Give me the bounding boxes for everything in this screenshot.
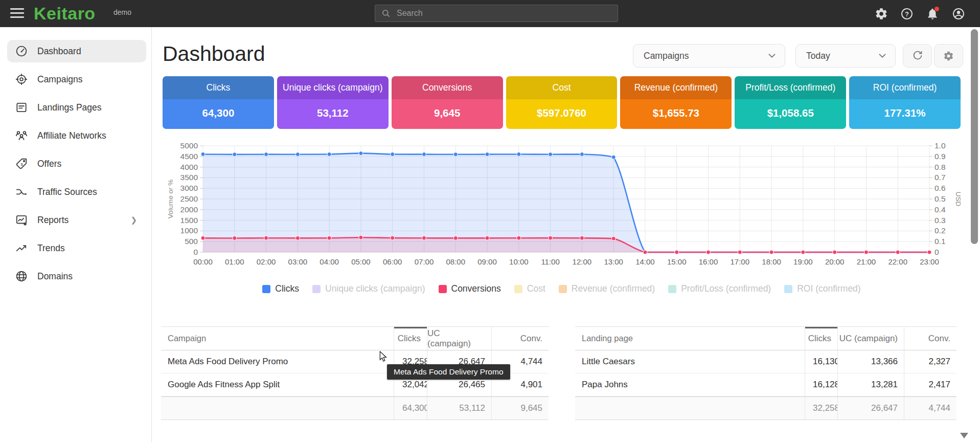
metric-card-roi-confirmed[interactable]: ROI (confirmed)177.31% [849, 76, 961, 129]
svg-text:07:00: 07:00 [415, 257, 434, 266]
settings-gear-icon[interactable] [875, 7, 888, 20]
cell-conv: 4,744 [904, 397, 956, 419]
search-box[interactable] [375, 5, 618, 22]
legend-label: Cost [527, 283, 545, 294]
svg-text:01:00: 01:00 [225, 257, 244, 266]
user-account-icon[interactable] [952, 7, 965, 20]
search-icon [381, 9, 391, 18]
svg-text:08:00: 08:00 [446, 257, 465, 266]
reports-icon [15, 213, 28, 227]
help-icon[interactable]: ? [900, 7, 914, 20]
column-header-uc-campaign[interactable]: UC (campaign) [427, 327, 491, 350]
sidebar-item-label: Traffic Sources [37, 187, 97, 197]
legend-item-profit-loss-confirmed[interactable]: Profit/Loss (confirmed) [668, 283, 771, 294]
metric-card-clicks[interactable]: Clicks64,300 [163, 76, 274, 129]
column-header-clicks[interactable]: Clicks [805, 327, 837, 350]
chart-legend: ClicksUnique clicks (campaign)Conversion… [163, 283, 961, 294]
legend-label: Profit/Loss (confirmed) [681, 283, 771, 294]
campaigns-filter-select[interactable]: Campaigns [633, 44, 785, 68]
column-header-conv[interactable]: Conv. [904, 327, 956, 350]
metric-card-conversions[interactable]: Conversions9,645 [392, 76, 503, 129]
metric-card-cost[interactable]: Cost$597.0760 [506, 76, 618, 129]
metric-card-profit-loss-confirmed[interactable]: Profit/Loss (confirmed)$1,058.65 [735, 76, 846, 129]
legend-label: ROI (confirmed) [797, 283, 860, 294]
affiliate-networks-icon [15, 129, 28, 142]
sidebar-item-traffic-sources[interactable]: Traffic Sources [7, 181, 146, 203]
legend-label: Clicks [275, 283, 299, 294]
table-row[interactable]: Papa Johns16,12813,2812,417 [575, 373, 956, 396]
sidebar-item-domains[interactable]: Domains [7, 265, 146, 288]
cell-landing-page [575, 397, 805, 419]
legend-item-cost[interactable]: Cost [514, 283, 545, 294]
metric-card-label: Clicks [163, 76, 274, 99]
search-input[interactable] [396, 8, 602, 18]
svg-text:22:00: 22:00 [888, 257, 907, 266]
hamburger-menu-icon[interactable] [10, 8, 24, 19]
svg-text:USD: USD [954, 192, 961, 207]
sidebar-item-campaigns[interactable]: Campaigns [7, 68, 146, 91]
scrollbar-thumb[interactable] [971, 29, 978, 244]
legend-swatch [312, 285, 321, 293]
sidebar-item-dashboard[interactable]: Dashboard [7, 40, 146, 62]
legend-swatch [439, 285, 447, 293]
column-header-uc-campaign[interactable]: UC (campaign) [837, 327, 904, 350]
traffic-chart: 0500100015002000250030003500400045005000… [163, 139, 961, 270]
cell-campaign: Meta Ads Food Delivery Promo [161, 350, 394, 373]
keitaro-logo[interactable]: Keitaro [34, 4, 96, 24]
chart-svg: 0500100015002000250030003500400045005000… [163, 139, 961, 270]
sidebar-item-affiliate-networks[interactable]: Affiliate Networks [7, 124, 146, 147]
metric-card-revenue-confirmed[interactable]: Revenue (confirmed)$1,655.73 [620, 76, 732, 129]
table-header-row: Landing pageClicksUC (campaign)Conv. [575, 327, 956, 350]
svg-text:1500: 1500 [180, 216, 198, 225]
svg-text:0.7: 0.7 [935, 173, 946, 182]
logo-demo-label: demo [113, 8, 131, 16]
sidebar-item-label: Offers [37, 159, 61, 169]
date-range-select[interactable]: Today [795, 44, 896, 68]
svg-text:0: 0 [935, 248, 939, 256]
sidebar-item-label: Reports [37, 215, 69, 226]
svg-text:1000: 1000 [180, 226, 198, 235]
metric-card-value: $1,655.73 [620, 99, 732, 129]
cell-uc-campaign: 13,281 [837, 373, 904, 396]
sort-indicator [805, 327, 837, 328]
sidebar-item-offers[interactable]: $Offers [7, 152, 146, 175]
legend-item-unique-clicks-campaign[interactable]: Unique clicks (campaign) [312, 283, 425, 294]
legend-item-clicks[interactable]: Clicks [262, 283, 299, 294]
column-header-clicks[interactable]: Clicks [394, 327, 427, 350]
legend-item-roi-confirmed[interactable]: ROI (confirmed) [784, 283, 860, 294]
cell-clicks: 64,300 [394, 397, 427, 419]
svg-text:Volume or %: Volume or % [167, 180, 174, 219]
trends-icon [15, 241, 28, 255]
sidebar-item-trends[interactable]: Trends [7, 237, 146, 259]
legend-item-revenue-confirmed[interactable]: Revenue (confirmed) [559, 283, 655, 294]
svg-text:13:00: 13:00 [604, 257, 623, 266]
dashboard-settings-button[interactable] [934, 44, 963, 68]
sidebar-item-reports[interactable]: Reports❯ [7, 209, 146, 231]
cell-clicks: 32,258 [805, 397, 837, 419]
gear-icon [943, 51, 954, 61]
table-row[interactable]: Little Caesars16,13013,3662,327 [575, 350, 956, 373]
svg-text:06:00: 06:00 [383, 257, 402, 266]
sidebar-item-landings-pages[interactable]: Landings Pages [7, 96, 146, 119]
refresh-button[interactable] [903, 44, 932, 68]
landing-pages-table: Landing pageClicksUC (campaign)Conv.Litt… [575, 326, 956, 420]
svg-text:0.8: 0.8 [935, 163, 946, 171]
legend-swatch [784, 285, 792, 293]
svg-text:18:00: 18:00 [762, 257, 781, 266]
svg-text:00:00: 00:00 [193, 257, 213, 266]
column-header-landing-page[interactable]: Landing page [575, 327, 805, 350]
dashboard-icon [15, 45, 28, 58]
mouse-cursor [378, 351, 389, 364]
notifications-bell-icon[interactable] [926, 7, 939, 20]
column-header-conv[interactable]: Conv. [491, 327, 549, 350]
chevron-down-icon [877, 50, 888, 61]
svg-text:10:00: 10:00 [509, 257, 529, 266]
legend-item-conversions[interactable]: Conversions [439, 283, 501, 294]
metric-card-value: $597.0760 [506, 99, 618, 129]
metric-card-value: 9,645 [392, 99, 503, 129]
svg-text:16:00: 16:00 [699, 257, 718, 266]
metric-card-unique-clicks-campaign[interactable]: Unique clicks (campaign)53,112 [277, 76, 389, 129]
svg-text:0.6: 0.6 [935, 184, 946, 192]
svg-text:04:00: 04:00 [320, 257, 339, 266]
column-header-campaign[interactable]: Campaign [161, 327, 394, 350]
